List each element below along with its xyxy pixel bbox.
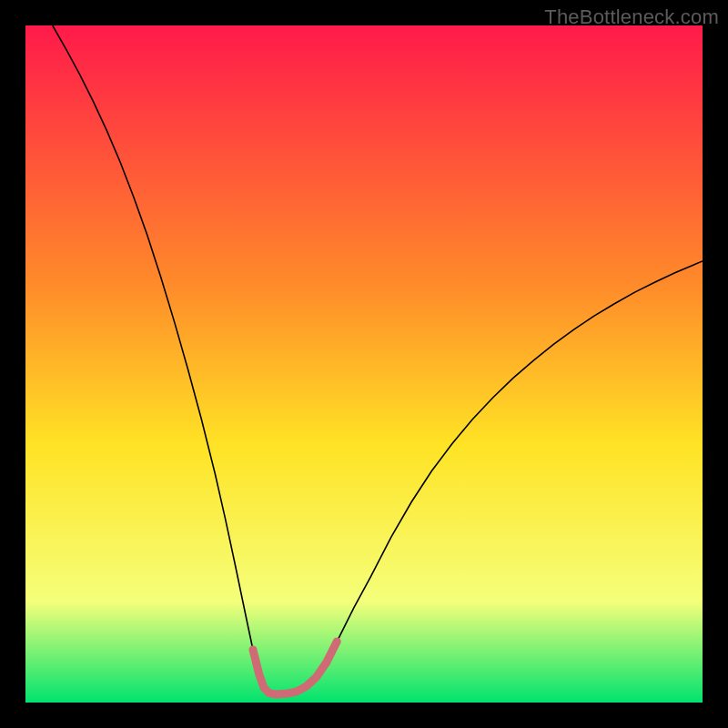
watermark-text: TheBottleneck.com [544,5,719,29]
chart-svg [25,25,703,703]
chart-plot-area [25,25,703,703]
chart-background [25,25,703,703]
chart-frame: TheBottleneck.com [0,0,728,728]
